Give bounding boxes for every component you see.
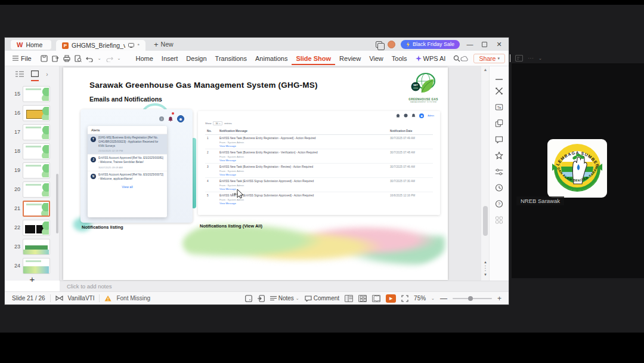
thumbnail-21-selected[interactable]: 21	[5, 199, 60, 218]
zoom-slider-handle[interactable]	[468, 296, 473, 301]
help-circle-icon[interactable]: ?	[496, 199, 503, 210]
present-monitor-icon[interactable]	[128, 43, 134, 48]
next-slide-button[interactable]: ▾	[481, 272, 490, 277]
zoom-level[interactable]: 75%	[414, 295, 426, 302]
font-missing-label[interactable]: Font Missing	[116, 295, 150, 302]
slideshow-play-button[interactable]: ▶	[386, 294, 396, 303]
save-icon[interactable]	[41, 55, 48, 62]
undo-icon[interactable]	[86, 55, 94, 62]
close-button[interactable]: ✕	[494, 39, 504, 49]
print-icon[interactable]	[63, 55, 70, 62]
print-preview-icon[interactable]	[75, 55, 82, 62]
collapse-ribbon-icon[interactable]: ⌄	[538, 56, 542, 61]
switch-tabs-icon[interactable]	[515, 55, 523, 61]
thumbnail-24[interactable]: 24	[5, 256, 60, 275]
collapse-sidebar-icon[interactable]	[496, 72, 503, 83]
slide-timer-icon[interactable]	[245, 295, 252, 302]
zoom-in-button[interactable]: +	[497, 294, 501, 303]
view-message-link[interactable]: View Message	[219, 173, 386, 176]
entries-select[interactable]: 10 ▾	[213, 121, 222, 125]
row-date: 30/7/2025 07:49 AM	[390, 137, 433, 147]
comment-button[interactable]: Comment	[305, 295, 339, 302]
cloud-sync-icon[interactable]	[460, 56, 469, 61]
slide-sorter-view-button[interactable]	[358, 295, 367, 302]
menu-animations[interactable]: Animations	[251, 55, 292, 62]
minimize-button[interactable]: —	[465, 39, 475, 49]
history-clock-icon[interactable]	[496, 183, 503, 194]
redo-icon[interactable]	[106, 55, 113, 62]
menu-transitions[interactable]: Transitions	[211, 55, 251, 62]
menu-insert[interactable]: Insert	[157, 55, 182, 62]
zoom-out-button[interactable]: —	[440, 294, 447, 303]
file-menu[interactable]: File	[8, 55, 36, 62]
theme-tag-icon[interactable]: Ta	[496, 103, 503, 113]
document-scrollbar[interactable]: ▲ ▴ ••• ▾	[481, 66, 489, 281]
slide-21[interactable]: Sarawak Greenhouse Gas Management System…	[63, 67, 448, 280]
view-message-link[interactable]: View Message	[219, 187, 386, 190]
more-options-icon[interactable]: ···	[528, 55, 534, 61]
tab-document[interactable]: P GHGMS_Briefing_v1.pptx *	[56, 40, 145, 51]
info-icon: i	[159, 116, 164, 121]
thumbnail-17[interactable]: 17	[5, 122, 60, 141]
new-tab-button[interactable]: + New	[154, 40, 174, 49]
jump-to-slide-icon[interactable]	[258, 295, 265, 302]
reading-view-button[interactable]	[372, 295, 380, 302]
row-message: EnVISS New Task [EnVISS Signup Submissio…	[219, 194, 386, 197]
status-bar: Slide 21 / 26 VanillaVTI Font Missing No…	[5, 291, 509, 304]
menu-design[interactable]: Design	[182, 55, 210, 62]
restore-button[interactable]	[482, 42, 487, 47]
menu-tools[interactable]: Tools	[388, 55, 411, 62]
thumbnail-15[interactable]: 15	[5, 84, 60, 103]
alert-item-2[interactable]: J EnVISS Account Approved [Ref No. ES/20…	[88, 155, 167, 171]
comment-panel-icon[interactable]	[496, 135, 503, 146]
scroll-up-icon[interactable]: ▲	[481, 67, 490, 72]
outline-view-icon[interactable]	[16, 71, 24, 78]
menu-review[interactable]: Review	[335, 55, 365, 62]
menu-wps-ai[interactable]: WPS AI	[411, 55, 450, 62]
tab-list-icon[interactable]	[376, 41, 382, 48]
share-button[interactable]: Share ▾	[473, 54, 505, 63]
search-icon[interactable]	[453, 55, 460, 62]
menu-view[interactable]: View	[365, 55, 388, 62]
thumbnail-19[interactable]: 19	[5, 161, 60, 180]
undo-dropdown-icon[interactable]: ⌄	[98, 56, 101, 61]
thumbnail-22[interactable]: 22	[5, 218, 60, 237]
menu-row: File ⌄ ⌄ Home Insert Design Transitions …	[5, 51, 509, 66]
view-all-link[interactable]: View all	[88, 183, 167, 190]
apps-grid-icon[interactable]	[496, 216, 503, 226]
quick-tools-icon[interactable]	[496, 87, 503, 97]
slide-view-icon[interactable]	[31, 68, 39, 81]
notes-bar[interactable]: Click to add notes	[60, 281, 509, 291]
tab-home[interactable]: W Home	[11, 40, 51, 50]
thumbnail-20[interactable]: 20	[5, 180, 60, 199]
fullscreen-icon[interactable]	[401, 295, 408, 302]
settings-sliders-icon[interactable]	[496, 167, 503, 178]
output-icon[interactable]	[52, 55, 59, 62]
notes-toggle[interactable]: Notes ⌄	[270, 295, 299, 302]
menu-slide-show[interactable]: Slide Show	[292, 55, 335, 65]
zoom-dropdown-icon[interactable]: ⌄	[431, 296, 435, 301]
expand-panel-icon[interactable]: ›	[46, 71, 48, 78]
quickbar-dropdown-icon[interactable]: ⌄	[117, 56, 121, 61]
theme-name[interactable]: VanillaVTI	[68, 295, 95, 302]
shapes-icon[interactable]	[496, 119, 503, 130]
thumbnail-18[interactable]: 18	[5, 141, 60, 161]
thumbnail-23[interactable]: 23	[5, 237, 60, 256]
table-header: No. Notification Message Notification Da…	[205, 128, 433, 135]
view-message-link[interactable]: View Message	[219, 144, 386, 147]
view-message-link[interactable]: View Message	[219, 159, 386, 162]
alert-item-3[interactable]: N EnVISS Account Approved [Ref No. ES/20…	[88, 171, 167, 183]
thumbnail-scrollbar[interactable]	[56, 174, 58, 233]
user-avatar-icon: ☻	[177, 115, 184, 122]
zoom-slider[interactable]	[453, 298, 492, 299]
add-slide-button[interactable]: +	[5, 274, 60, 284]
thumbnail-16[interactable]: 16	[5, 103, 60, 122]
star-icon[interactable]	[496, 151, 503, 162]
view-message-link[interactable]: View Message	[219, 202, 386, 205]
black-friday-sale-button[interactable]: Black Friday Sale	[401, 40, 460, 49]
account-avatar[interactable]	[388, 41, 395, 48]
menu-home[interactable]: Home	[131, 55, 157, 62]
normal-view-button[interactable]	[345, 295, 353, 302]
alert-item-1[interactable]: T [GHG-MS] Business Entity Registration …	[88, 134, 167, 155]
scrollbar-thumb[interactable]	[483, 206, 488, 236]
